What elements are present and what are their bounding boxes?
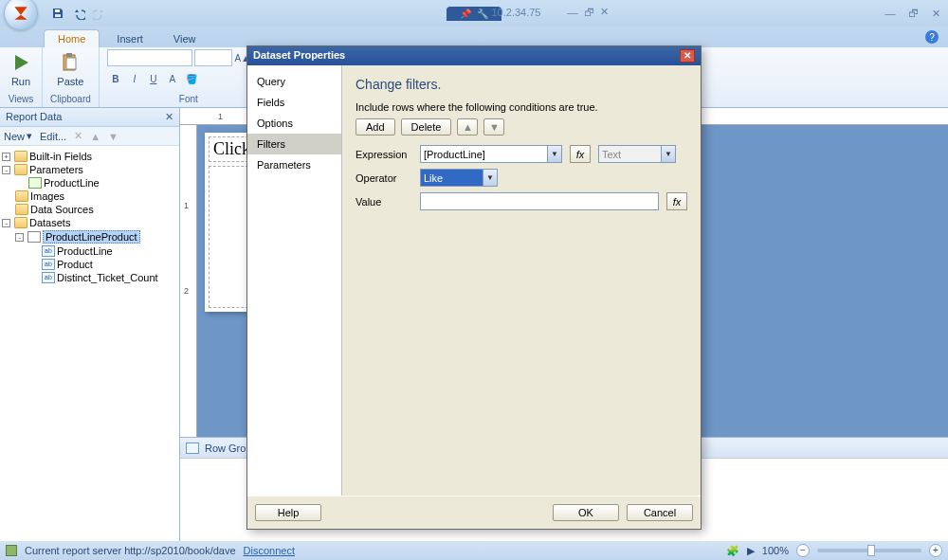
tree-node-builtin[interactable]: + Built-in Fields: [2, 150, 177, 163]
tab-home[interactable]: Home: [44, 29, 100, 47]
folder-icon: [15, 190, 28, 202]
run-button[interactable]: Run: [8, 49, 34, 89]
redo-icon[interactable]: [91, 5, 108, 22]
tab-view[interactable]: View: [160, 30, 210, 47]
tree-node-parameters[interactable]: - Parameters: [2, 163, 177, 176]
dialog-close-icon[interactable]: ✕: [680, 49, 695, 63]
tree-node-field[interactable]: ab ProductLine: [2, 244, 177, 258]
zoom-out-button[interactable]: −: [796, 544, 810, 557]
dialog-title-bar[interactable]: Dataset Properties ✕: [247, 46, 701, 65]
expand-icon[interactable]: +: [2, 153, 10, 161]
vertical-ruler: 1 2: [180, 125, 197, 437]
preview-mode-icon[interactable]: ▶: [747, 545, 755, 557]
dialog-heading: Change filters.: [356, 77, 687, 92]
server-status-icon: [6, 545, 17, 556]
report-data-edit-button[interactable]: Edit...: [40, 130, 66, 142]
ok-button[interactable]: OK: [553, 504, 619, 521]
inner-minimize-icon[interactable]: —: [568, 7, 578, 18]
chevron-down-icon[interactable]: ▼: [547, 146, 561, 162]
dialog-title: Dataset Properties: [253, 49, 345, 63]
tree-node-field[interactable]: ab Product: [2, 258, 177, 271]
svg-rect-3: [66, 58, 76, 69]
nav-fields[interactable]: Fields: [247, 92, 341, 113]
pane-close-icon[interactable]: ✕: [165, 111, 173, 123]
tree-node-dataset[interactable]: - ProductLineProduct: [2, 229, 177, 244]
delete-filter-button[interactable]: Delete: [401, 118, 452, 135]
inner-restore-icon[interactable]: 🗗: [584, 7, 594, 18]
add-filter-button[interactable]: Add: [356, 118, 395, 135]
nav-query[interactable]: Query: [247, 71, 341, 92]
value-fx-button[interactable]: fx: [666, 192, 687, 210]
tree-node-field[interactable]: ab Distinct_Ticket_Count: [2, 271, 177, 284]
expression-fx-button[interactable]: fx: [570, 145, 591, 163]
group-label-clipboard: Clipboard: [50, 94, 91, 106]
type-dropdown[interactable]: Text ▼: [598, 145, 676, 163]
chevron-down-icon[interactable]: ▼: [661, 146, 675, 162]
field-icon: ab: [42, 259, 55, 270]
collapse-icon[interactable]: -: [2, 219, 10, 227]
design-mode-icon[interactable]: 🧩: [726, 545, 739, 557]
fill-color-button[interactable]: 🪣: [183, 70, 200, 87]
nav-options[interactable]: Options: [247, 113, 341, 134]
underline-button[interactable]: U: [145, 70, 162, 87]
help-icon[interactable]: ?: [925, 30, 939, 44]
paste-icon: [59, 51, 82, 74]
row-groups-icon: [186, 443, 199, 454]
folder-icon: [15, 204, 28, 215]
expression-dropdown[interactable]: [ProductLine] ▼: [420, 145, 562, 163]
collapse-icon[interactable]: -: [2, 166, 10, 174]
operator-label: Operator: [356, 172, 412, 184]
value-input[interactable]: [420, 192, 659, 210]
report-data-new-button[interactable]: New ▾: [4, 130, 32, 142]
dialog-footer: Help OK Cancel: [247, 496, 701, 529]
font-size-select[interactable]: [194, 49, 232, 66]
tree-node-param-productline[interactable]: ProductLine: [2, 176, 177, 190]
pane-down-icon[interactable]: ▼: [108, 130, 118, 142]
dialog-subheading: Include rows where the following conditi…: [356, 101, 687, 113]
field-icon: ab: [42, 272, 55, 283]
server-label: Current report server http://sp2010/book…: [25, 545, 236, 556]
font-color-button[interactable]: A: [164, 70, 181, 87]
operator-dropdown[interactable]: Like ▼: [420, 169, 498, 187]
close-icon[interactable]: ✕: [929, 8, 942, 20]
zoom-knob[interactable]: [867, 545, 875, 556]
dataset-icon: [27, 231, 41, 243]
move-up-button[interactable]: ▲: [457, 118, 478, 135]
pane-up-icon[interactable]: ▲: [90, 130, 100, 142]
nav-filters[interactable]: Filters: [247, 134, 341, 154]
inner-close-icon[interactable]: ✕: [600, 6, 609, 18]
dataset-properties-dialog: Dataset Properties ✕ Query Fields Option…: [246, 45, 702, 530]
tree-node-images[interactable]: Images: [2, 190, 177, 203]
pane-delete-icon[interactable]: ✕: [74, 130, 82, 142]
nav-parameters[interactable]: Parameters: [247, 154, 341, 175]
report-data-header: Report Data ✕: [0, 108, 179, 127]
cancel-button[interactable]: Cancel: [627, 504, 693, 521]
pin-icon[interactable]: 📌: [460, 9, 471, 19]
tree-node-datasets[interactable]: - Datasets: [2, 216, 177, 229]
move-down-button[interactable]: ▼: [483, 118, 504, 135]
font-family-select[interactable]: [107, 49, 192, 66]
svg-rect-4: [66, 53, 72, 57]
collapse-icon[interactable]: -: [15, 233, 24, 242]
tab-insert[interactable]: Insert: [103, 30, 156, 47]
group-label-views: Views: [9, 94, 34, 106]
zoom-in-button[interactable]: +: [929, 544, 942, 557]
bold-button[interactable]: B: [107, 70, 124, 87]
undo-icon[interactable]: [70, 5, 87, 22]
parameter-icon: [28, 177, 42, 189]
disconnect-link[interactable]: Disconnect: [244, 545, 295, 556]
chevron-down-icon[interactable]: ▼: [483, 170, 497, 186]
zoom-slider[interactable]: [817, 549, 921, 552]
ribbon-group-views: Run Views: [0, 47, 43, 107]
report-builder-icon: [11, 4, 30, 23]
remote-host-label: 10.2.34.75 — 🗗 ✕: [492, 6, 609, 18]
italic-button[interactable]: I: [126, 70, 143, 87]
tool-icon[interactable]: 🔧: [477, 9, 488, 19]
dialog-nav: Query Fields Options Filters Parameters: [247, 65, 342, 496]
restore-icon[interactable]: 🗗: [906, 8, 920, 20]
minimize-icon[interactable]: —: [884, 8, 897, 20]
paste-button[interactable]: Paste: [55, 49, 85, 89]
help-button[interactable]: Help: [255, 504, 321, 521]
tree-node-datasources[interactable]: Data Sources: [2, 203, 177, 216]
save-icon[interactable]: [49, 5, 66, 22]
